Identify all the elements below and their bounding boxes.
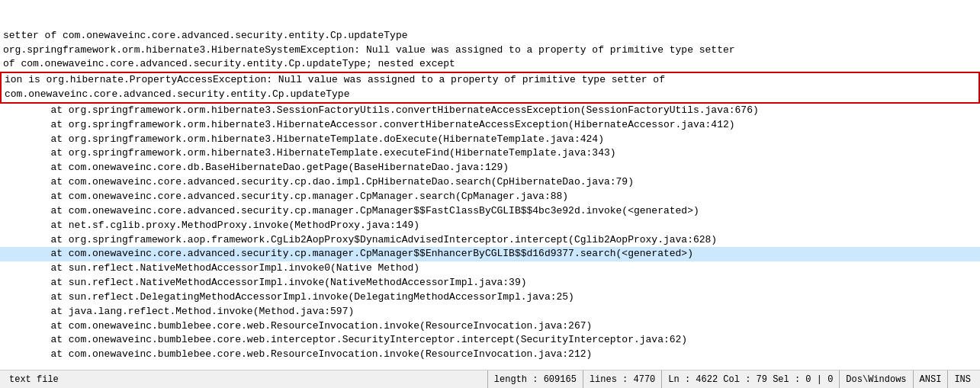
code-line-16: at com.onewaveinc.core.advanced.security… bbox=[0, 247, 980, 261]
code-line-2: org.springframework.orm.hibernate3.Hiber… bbox=[0, 43, 980, 58]
code-line-14: at net.sf.cglib.proxy.MethodProxy.invoke… bbox=[0, 219, 980, 233]
code-line-21: at com.onewaveinc.bumblebee.core.web.Res… bbox=[0, 319, 980, 334]
code-line-15: at org.springframework.aop.framework.CgL… bbox=[0, 233, 980, 248]
code-line-3: of com.onewaveinc.core.advanced.security… bbox=[0, 57, 980, 72]
status-length: length : 609165 bbox=[488, 370, 583, 388]
code-content: setter of com.onewaveinc.core.advanced.s… bbox=[0, 0, 980, 362]
code-line-19: at sun.reflect.DelegatingMethodAccessorI… bbox=[0, 290, 980, 305]
editor-area[interactable]: setter of com.onewaveinc.core.advanced.s… bbox=[0, 0, 980, 370]
code-line-1: setter of com.onewaveinc.core.advanced.s… bbox=[0, 29, 980, 43]
code-line-23: at com.onewaveinc.bumblebee.core.web.Res… bbox=[0, 348, 980, 362]
status-lines: lines : 4770 bbox=[583, 370, 662, 388]
status-charset: ANSI bbox=[914, 370, 949, 388]
code-line-7: at org.springframework.orm.hibernate3.Hi… bbox=[0, 118, 980, 133]
highlighted-exception-box: ion is org.hibernate.PropertyAccessExcep… bbox=[0, 72, 980, 104]
status-ins: INS bbox=[948, 370, 977, 388]
status-position: Ln : 4622 Col : 79 Sel : 0 | 0 bbox=[662, 370, 840, 388]
status-encoding: Dos\Windows bbox=[840, 370, 913, 388]
code-line-9: at org.springframework.orm.hibernate3.Hi… bbox=[0, 146, 980, 161]
status-bar: text file length : 609165 lines : 4770 L… bbox=[0, 370, 980, 388]
code-line-12: at com.onewaveinc.core.advanced.security… bbox=[0, 190, 980, 204]
code-line-17: at sun.reflect.NativeMethodAccessorImpl.… bbox=[0, 261, 980, 276]
code-line-20: at java.lang.reflect.Method.invoke(Metho… bbox=[0, 305, 980, 319]
code-line-22: at com.onewaveinc.bumblebee.core.web.int… bbox=[0, 333, 980, 348]
status-filetype: text file bbox=[3, 370, 488, 388]
code-line-18: at sun.reflect.NativeMethodAccessorImpl.… bbox=[0, 276, 980, 290]
code-line-11: at com.onewaveinc.core.advanced.security… bbox=[0, 175, 980, 190]
code-line-10: at com.onewaveinc.core.db.BaseHibernateD… bbox=[0, 161, 980, 175]
code-line-8: at org.springframework.orm.hibernate3.Hi… bbox=[0, 133, 980, 147]
code-line-13: at com.onewaveinc.core.advanced.security… bbox=[0, 204, 980, 219]
code-line-6: at org.springframework.orm.hibernate3.Se… bbox=[0, 104, 980, 118]
